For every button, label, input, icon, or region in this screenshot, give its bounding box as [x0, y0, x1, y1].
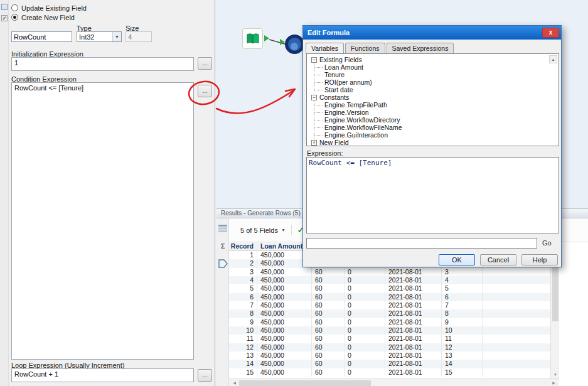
table-cell: 2021-08-01: [385, 335, 442, 343]
field-name-input[interactable]: [11, 31, 72, 42]
tree-node[interactable]: Tenure: [314, 71, 557, 78]
table-view-icon[interactable]: [218, 223, 228, 233]
scroll-down-icon[interactable]: ▼: [551, 371, 560, 378]
table-row[interactable]: 7450,0006002021-08-017: [229, 301, 550, 309]
table-row[interactable]: 14450,0006002021-08-0114: [229, 360, 550, 368]
chevron-down-icon[interactable]: ▼: [112, 32, 121, 41]
help-button[interactable]: Help: [521, 254, 558, 265]
table-row[interactable]: 15450,0006002021-08-0115: [229, 368, 550, 377]
tool-glyph: [291, 43, 298, 50]
init-expression-browse-button[interactable]: ...: [198, 57, 212, 70]
generate-rows-tool[interactable]: [285, 35, 304, 54]
table-row[interactable]: 4450,0006002021-08-014: [229, 276, 550, 284]
tree-connector: [314, 120, 323, 121]
tree-node[interactable]: −Existing Fields: [311, 56, 557, 63]
input-anchor-icon[interactable]: [280, 39, 285, 45]
cancel-button[interactable]: Cancel: [480, 254, 516, 265]
table-cell: 10: [442, 326, 483, 335]
table-cell: 12: [229, 343, 257, 351]
table-cell: 0: [345, 335, 385, 343]
table-cell: 2021-08-01: [385, 301, 442, 309]
table-cell: 60: [312, 368, 345, 377]
collapse-icon[interactable]: −: [311, 57, 317, 63]
table-cell: 0: [345, 309, 385, 318]
collapse-icon[interactable]: −: [311, 95, 317, 100]
create-new-radio[interactable]: [11, 14, 18, 21]
profile-icon[interactable]: [218, 259, 228, 269]
tree-connector: [314, 75, 323, 75]
dialog-title-bar[interactable]: Edit Formula x: [303, 26, 561, 40]
tree-node-label: Tenure: [324, 71, 345, 78]
table-row[interactable]: 10450,0006002021-08-0110: [229, 326, 550, 335]
expression-textarea[interactable]: RowCount <= [Tenure]: [306, 157, 559, 233]
results-table-body: 1450,0002450,0003450,0006002021-08-01344…: [229, 251, 550, 377]
fields-dropdown[interactable]: 5 of 5 Fields ▼: [240, 227, 286, 234]
scroll-left-icon[interactable]: ◀: [230, 379, 238, 386]
table-cell: 0: [345, 293, 385, 301]
ok-button[interactable]: OK: [439, 254, 475, 265]
table-cell: 450,000: [257, 284, 312, 292]
tree-node[interactable]: Engine.GuiInteraction: [314, 131, 557, 139]
tab-saved-expressions[interactable]: Saved Expressions: [387, 43, 454, 53]
expand-icon[interactable]: +: [311, 140, 317, 146]
table-cell: 5: [229, 284, 257, 292]
table-cell: 7: [442, 301, 483, 309]
toolbar-divider: [291, 225, 292, 235]
tree-node[interactable]: Engine.Version: [314, 109, 557, 116]
tree-node[interactable]: Engine.WorkflowDirectory: [314, 116, 557, 124]
scroll-right-icon[interactable]: ▶: [550, 379, 558, 386]
search-input[interactable]: [306, 238, 537, 249]
tree-node[interactable]: ROI(per annum): [314, 78, 557, 86]
table-row[interactable]: 11450,0006002021-08-0111: [229, 335, 550, 343]
grid-icon[interactable]: [1, 4, 8, 10]
table-row[interactable]: 13450,0006002021-08-0113: [229, 351, 550, 360]
table-row[interactable]: 6450,0006002021-08-016: [229, 293, 550, 301]
tree-node-label: Start date: [324, 86, 353, 94]
loop-expression-box[interactable]: RowCount + 1: [11, 368, 194, 382]
loop-expression-browse-button[interactable]: ...: [198, 369, 212, 382]
column-header[interactable]: Record: [229, 242, 257, 250]
tree-node[interactable]: −Constants: [311, 94, 557, 101]
condition-expression-box[interactable]: RowCount <= [Tenure]: [11, 82, 194, 360]
type-select-value: Int32: [77, 33, 112, 41]
table-cell: 2021-08-01: [385, 293, 442, 301]
horizontal-scrollbar[interactable]: ◀ ▶: [229, 378, 559, 386]
go-button[interactable]: Go: [542, 239, 552, 247]
table-cell: 5: [442, 284, 483, 292]
tree-node[interactable]: Engine.TempFilePath: [314, 101, 557, 109]
create-new-option[interactable]: Create New Field: [11, 13, 75, 21]
tree-node[interactable]: Engine.WorkflowFileName: [314, 124, 557, 131]
tree-node[interactable]: Start date: [314, 86, 557, 94]
condition-expression-browse-button[interactable]: ...: [198, 85, 212, 97]
table-row[interactable]: 5450,0006002021-08-015: [229, 284, 550, 292]
wrench-icon[interactable]: [1, 15, 8, 21]
tab-variables[interactable]: Variables: [306, 43, 344, 54]
type-select[interactable]: Int32 ▼: [77, 31, 122, 42]
initialization-expression-box[interactable]: 1: [11, 57, 194, 71]
tree-node[interactable]: Loan Amount: [314, 63, 557, 71]
tab-functions[interactable]: Functions: [345, 43, 385, 53]
metadata-sigma-icon[interactable]: Σ: [218, 241, 228, 251]
table-cell: 15: [442, 368, 483, 377]
update-existing-option[interactable]: Update Existing Field: [11, 4, 87, 12]
table-row[interactable]: 12450,0006002021-08-0112: [229, 343, 550, 351]
tree-node-label: New Field: [319, 139, 349, 146]
table-cell: 13: [442, 351, 483, 360]
tree-connector: [314, 105, 323, 105]
table-cell: 2021-08-01: [385, 318, 442, 326]
table-cell: 450,000: [257, 276, 312, 284]
dialog-tabs: Variables Functions Saved Expressions: [306, 43, 455, 53]
scroll-up-icon[interactable]: ▲: [549, 55, 557, 63]
table-cell: 6: [229, 293, 257, 301]
update-existing-radio[interactable]: [11, 4, 18, 11]
table-cell: 0: [345, 343, 385, 351]
close-button[interactable]: x: [542, 28, 559, 38]
table-row[interactable]: 3450,0006002021-08-013: [229, 268, 550, 276]
scrollbar-thumb[interactable]: [239, 380, 371, 386]
radio-dot: [13, 16, 16, 19]
table-cell: 10: [229, 326, 257, 335]
tree-node[interactable]: +New Field: [311, 139, 557, 146]
table-row[interactable]: 8450,0006002021-08-018: [229, 309, 550, 318]
table-row[interactable]: 9450,0006002021-08-019: [229, 318, 550, 326]
text-input-tool[interactable]: [242, 28, 263, 49]
